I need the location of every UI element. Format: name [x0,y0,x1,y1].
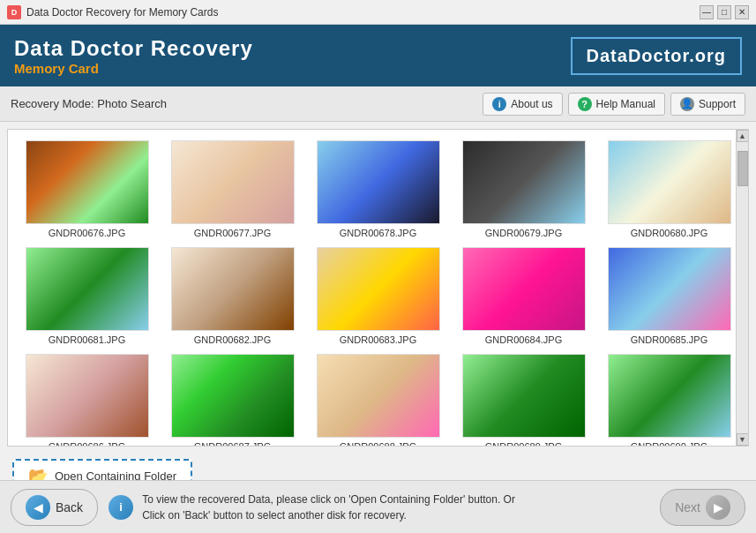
list-item[interactable]: GNDR00684.JPG [455,247,592,345]
photo-thumbnail [317,247,440,331]
photo-filename: GNDR00688.JPG [340,441,416,446]
list-item[interactable]: GNDR00681.JPG [19,247,155,345]
list-item[interactable]: GNDR00690.JPG [601,354,737,446]
list-item[interactable]: GNDR00678.JPG [310,140,446,238]
photo-filename: GNDR00690.JPG [631,441,707,446]
list-item[interactable]: GNDR00679.JPG [455,140,592,238]
question-icon: ? [578,97,592,111]
photo-thumbnail [462,140,586,224]
support-button[interactable]: 👤 Support [670,93,745,116]
photo-grid: GNDR00676.JPGGNDR00677.JPGGNDR00678.JPGG… [8,130,748,446]
app-main-title: Data Doctor Recovery [14,36,253,61]
photo-filename: GNDR00677.JPG [194,228,271,238]
list-item[interactable]: GNDR00688.JPG [310,354,446,446]
list-item[interactable]: GNDR00677.JPG [164,140,301,238]
photo-filename: GNDR00680.JPG [631,228,707,238]
title-bar-left: D Data Doctor Recovery for Memory Cards [7,5,218,19]
back-arrow-icon: ◀ [26,495,50,520]
photo-filename: GNDR00683.JPG [340,334,416,345]
main-content: GNDR00676.JPGGNDR00677.JPGGNDR00678.JPGG… [7,129,749,447]
support-label: Support [699,98,736,110]
list-item[interactable]: GNDR00689.JPG [455,354,592,446]
scroll-thumb[interactable] [737,151,748,186]
app-header: Data Doctor Recovery Memory Card DataDoc… [0,25,756,86]
photo-thumbnail [171,354,295,438]
person-icon: 👤 [680,97,694,111]
window-title: Data Doctor Recovery for Memory Cards [26,6,218,19]
list-item[interactable]: GNDR00685.JPG [601,247,737,345]
list-item[interactable]: GNDR00683.JPG [310,247,446,345]
photo-filename: GNDR00678.JPG [340,228,416,238]
photo-filename: GNDR00681.JPG [49,334,125,345]
photo-thumbnail [608,354,731,438]
photo-thumbnail [462,247,586,331]
photo-thumbnail [462,354,586,438]
back-button[interactable]: ◀ Back [11,489,98,526]
close-button[interactable]: ✕ [735,5,749,19]
photo-thumbnail [26,140,149,224]
photo-filename: GNDR00676.JPG [49,228,125,238]
list-item[interactable]: GNDR00676.JPG [19,140,155,238]
list-item[interactable]: GNDR00687.JPG [164,354,301,446]
about-us-label: About us [511,98,552,110]
photo-thumbnail [608,247,731,331]
bottom-info-icon: i [109,495,133,520]
scrollbar[interactable]: ▲ ▼ [736,130,748,446]
info-icon: i [492,97,506,111]
photo-filename: GNDR00685.JPG [631,334,707,345]
photo-filename: GNDR00684.JPG [485,334,562,345]
scroll-down-arrow[interactable]: ▼ [737,433,749,446]
photo-thumbnail [26,354,149,438]
photo-thumbnail [171,140,295,224]
recovery-mode-label: Recovery Mode: Photo Search [11,97,167,110]
photo-thumbnail [317,140,440,224]
next-button[interactable]: Next ▶ [660,489,745,526]
photo-thumbnail [171,247,295,331]
help-manual-label: Help Manual [596,98,655,110]
title-bar-controls[interactable]: — □ ✕ [700,5,749,19]
next-label: Next [675,500,700,514]
about-us-button[interactable]: i About us [483,93,562,116]
list-item[interactable]: GNDR00680.JPG [601,140,737,238]
photo-thumbnail [317,354,440,438]
photo-filename: GNDR00679.JPG [485,228,562,238]
app-sub-title: Memory Card [14,61,253,76]
app-title-block: Data Doctor Recovery Memory Card [14,36,253,76]
photo-filename: GNDR00682.JPG [194,334,271,345]
photo-thumbnail [26,247,149,331]
app-icon: D [7,5,21,19]
photo-filename: GNDR00689.JPG [485,441,562,446]
list-item[interactable]: GNDR00686.JPG [19,354,155,446]
bottom-bar: ◀ Back i To view the recovered Data, ple… [0,480,756,533]
title-bar: D Data Doctor Recovery for Memory Cards … [0,0,756,25]
next-arrow-icon: ▶ [706,495,730,520]
bottom-info: i To view the recovered Data, please cli… [109,492,649,523]
brand-label: DataDoctor.org [571,37,742,75]
photo-filename: GNDR00686.JPG [49,441,125,446]
maximize-button[interactable]: □ [717,5,731,19]
scroll-track[interactable] [737,142,749,433]
scroll-up-arrow[interactable]: ▲ [737,130,749,142]
info-line1: To view the recovered Data, please click… [142,492,515,507]
list-item[interactable]: GNDR00682.JPG [164,247,301,345]
help-manual-button[interactable]: ? Help Manual [568,93,665,116]
toolbar-buttons: i About us ? Help Manual 👤 Support [483,93,745,116]
minimize-button[interactable]: — [700,5,714,19]
info-line2: Click on 'Back' button to select another… [142,507,515,523]
photo-thumbnail [608,140,731,224]
back-label: Back [56,500,83,514]
info-text: To view the recovered Data, please click… [142,492,515,523]
toolbar: Recovery Mode: Photo Search i About us ?… [0,86,756,122]
photo-filename: GNDR00687.JPG [194,441,271,446]
